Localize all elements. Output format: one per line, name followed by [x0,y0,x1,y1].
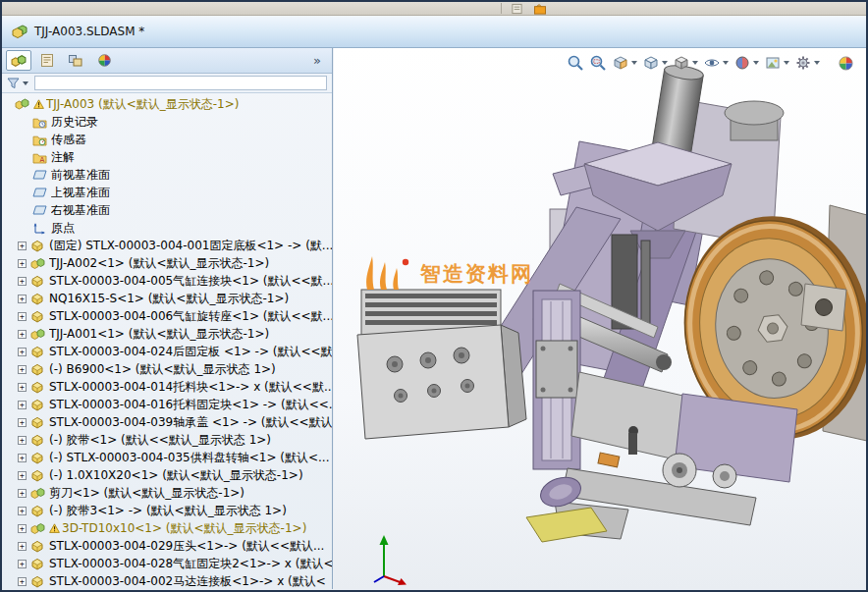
dropdown-caret[interactable] [631,61,637,65]
filter-input[interactable] [34,76,327,90]
expand-toggle[interactable]: + [18,312,27,321]
hide-show-items-button[interactable] [703,54,729,72]
tree-item[interactable]: 传感器 [2,131,332,148]
model-wheel-mount[interactable] [725,101,784,140]
graphics-viewport[interactable]: 智造资料网 [334,48,866,589]
tab-displaymanager[interactable] [91,50,117,71]
expand-toggle[interactable]: + [18,401,27,409]
tree-item[interactable]: +STLX-00003-004-006气缸旋转座<1> (默认<<默... [2,307,332,325]
expand-toggle[interactable]: + [18,524,27,533]
tree-item[interactable]: TJJ-A003 (默认<默认_显示状态-1>) [2,95,332,113]
panel-overflow-button[interactable]: » [306,53,328,68]
expand-toggle[interactable]: + [18,454,27,462]
part-icon [30,380,46,394]
dropdown-caret[interactable] [692,61,698,65]
assembly-top-icon [15,97,30,111]
expand-toggle[interactable]: + [18,471,27,480]
filter-dropdown-caret[interactable] [23,81,28,85]
dropdown-caret[interactable] [784,61,789,65]
tree-item[interactable]: +STLX-00003-004-002马达连接板<1>-> x (默认< [2,572,332,589]
tree-item-label: (固定) STLX-00003-004-001固定底板<1> -> (默... [49,238,332,254]
expand-toggle[interactable]: + [18,436,27,445]
filter-funnel-icon[interactable] [7,78,20,89]
part-icon [30,504,46,517]
tree-item-label: 上视基准面 [51,185,110,201]
dropdown-caret[interactable] [723,61,729,65]
expand-toggle[interactable]: + [18,560,27,568]
tree-item[interactable]: +STLX-00003-004-005气缸连接块<1> (默认<<默... [2,272,332,290]
tree-item[interactable]: 右视基准面 [2,201,332,219]
tree-item[interactable]: +STLX-00003-004-016托料固定块<1> -> (默认<<... [2,396,332,413]
section-view-button[interactable] [612,54,637,72]
tree-item[interactable]: A注解 [2,148,332,166]
expand-toggle[interactable]: + [18,330,27,339]
tree-item-label: STLX-00003-004-006气缸旋转座<1> (默认<<默... [49,308,332,325]
tree-item[interactable]: +STLX-00003-004-014托料块<1>-> x (默认<<默... [2,378,332,396]
edit-appearance-button[interactable] [733,54,759,72]
model-slide-channel[interactable] [533,291,580,469]
tree-item[interactable]: +TJJ-A001<1> (默认<默认_显示状态-1>) [2,325,332,343]
view-orientation-button[interactable] [642,54,668,72]
expand-toggle[interactable]: + [18,259,27,268]
expand-toggle[interactable]: + [18,507,27,515]
dropdown-caret[interactable] [662,61,668,65]
tree-item[interactable]: +剪刀<1> (默认<默认_显示状态-1>) [2,484,332,502]
plane-icon [32,168,48,182]
apply-scene-button[interactable] [764,54,789,72]
tree-item[interactable]: 原点 [2,219,332,237]
expand-toggle[interactable]: + [18,295,27,303]
featuremanager-panel: » TJJ-A003 (默认<默认_显示状态-1>)历史记录传感器A注解前视基准… [2,48,333,589]
tree-item[interactable]: +(-) B6900<1> (默认<默认_显示状态 1>) [2,360,332,378]
zoom-to-area-button[interactable] [589,54,607,72]
dropdown-caret[interactable] [753,61,759,65]
assembly-model[interactable] [334,48,866,589]
expand-toggle[interactable]: + [18,418,27,427]
tree-item[interactable]: +(固定) STLX-00003-004-001固定底板<1> -> (默... [2,237,332,254]
expand-toggle[interactable]: + [18,277,27,286]
realview-sphere-button[interactable] [838,55,854,72]
tree-item-label: TJJ-A001<1> (默认<默认_显示状态-1>) [49,326,269,343]
expand-toggle[interactable]: + [18,365,27,374]
tab-propertymanager[interactable] [34,50,60,71]
view-settings-button[interactable] [794,54,820,72]
tree-item[interactable]: +STLX-00003-004-029压头<1>-> (默认<<默认... [2,537,332,555]
tree-item-label: TJJ-A002<1> (默认<默认_显示状态-1>) [49,255,269,272]
tree-item[interactable]: +NQ16X15-S<1> (默认<默认_显示状态-1>) [2,290,332,307]
tree-item[interactable]: 历史记录 [2,113,332,131]
expand-toggle[interactable]: + [18,542,27,551]
tree-item[interactable]: +TJJ-A002<1> (默认<默认_显示状态-1>) [2,254,332,272]
tree-item[interactable]: +3D-TD10x10<1> (默认<默认_显示状态-1>) [2,519,332,537]
tree-item[interactable]: +(-) 胶带3<1> -> (默认<默认_显示状态 1>) [2,502,332,519]
tree-item[interactable]: +STLX-00003-004-024后固定板 <1> -> (默认<<默... [2,343,332,360]
zoom-to-fit-button[interactable] [567,54,584,72]
model-hub-tab[interactable] [801,284,846,331]
tree-item[interactable]: +STLX-00003-004-039轴承盖 <1> -> (默认<<默认... [2,413,332,431]
tree-item[interactable]: +(-) 1.0X10X20<1> (默认<默认_显示状态-1>) [2,466,332,484]
part-icon [30,557,46,570]
dropdown-caret[interactable] [814,61,820,65]
tab-featuremanager[interactable] [6,50,31,71]
tree-item-label: 3D-TD10x10<1> (默认<默认_显示状态-1>) [62,520,306,537]
tree-item[interactable]: +(-) STLX-00003-004-035供料盘转轴<1> (默认<... [2,449,332,466]
model-feed-block[interactable] [357,290,526,439]
display-style-button[interactable] [673,54,698,72]
tab-configurationmanager[interactable] [63,50,88,71]
tree-item[interactable]: +STLX-00003-004-028气缸固定块2<1>-> x (默认< [2,555,332,572]
expand-toggle[interactable]: + [18,383,27,392]
tree-item[interactable]: 前视基准面 [2,166,332,184]
tree-item-label: (-) 胶带3<1> -> (默认<默认_显示状态 1>) [49,503,287,519]
origin-icon [32,221,48,235]
top-toolbar-strip [2,2,866,16]
expand-toggle[interactable]: + [18,577,27,586]
expand-toggle[interactable]: + [18,242,27,250]
tree-item[interactable]: 上视基准面 [2,184,332,201]
part-icon [30,539,46,553]
toolbar-icon-open[interactable] [533,2,547,15]
tree-item-label: TJJ-A003 (默认<默认_显示状态-1>) [46,96,239,113]
expand-toggle[interactable]: + [18,348,27,356]
toolbar-icon-doc[interactable] [510,2,523,15]
tree-item[interactable]: +(-) 胶带<1> (默认<<默认_显示状态 1>) [2,431,332,449]
model-wheel-bracket[interactable] [663,394,797,488]
part-icon [30,239,46,252]
expand-toggle[interactable]: + [18,489,27,498]
